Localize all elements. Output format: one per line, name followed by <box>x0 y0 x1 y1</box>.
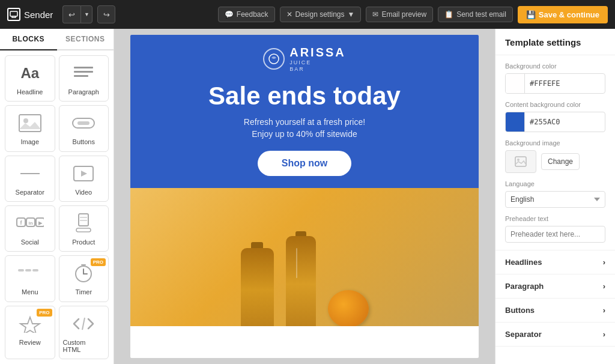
svg-text:f: f <box>20 220 22 226</box>
blocks-grid: Aa Headline Paragraph Image <box>0 50 114 364</box>
bg-color-input-row[interactable]: #FFFEFE <box>505 73 605 94</box>
svg-rect-0 <box>10 11 17 16</box>
svg-marker-10 <box>81 171 87 177</box>
block-image[interactable]: Image <box>5 105 55 151</box>
change-bg-image-button[interactable]: Change <box>541 153 580 170</box>
bottle-straw <box>296 248 297 278</box>
content-bg-input-row[interactable]: #255AC0 <box>505 112 605 132</box>
bottle-left <box>241 248 274 326</box>
review-label: Review <box>19 339 41 346</box>
block-social[interactable]: fin▶ Social <box>5 205 55 252</box>
separator-icon <box>16 162 44 185</box>
svg-text:in: in <box>28 220 32 226</box>
content-bg-value: #255AC0 <box>525 118 565 126</box>
tab-sections[interactable]: Sections <box>57 29 114 49</box>
block-video[interactable]: Video <box>59 156 109 202</box>
email-preview-button[interactable]: ✉ Email preview <box>366 7 433 22</box>
undo-dropdown-button[interactable]: ▼ <box>80 5 92 23</box>
send-test-button[interactable]: 📋 Send test email <box>438 7 513 22</box>
panel-tabs: Blocks Sections <box>0 29 114 50</box>
preheader-input[interactable] <box>505 226 605 243</box>
preheader-label: Preheader text <box>505 215 605 222</box>
pro-badge-review: PRO <box>37 309 52 317</box>
tab-blocks[interactable]: Blocks <box>0 29 57 50</box>
section-buttons-label: Buttons <box>505 306 535 315</box>
block-menu[interactable]: Menu <box>5 255 55 302</box>
design-settings-icon: ✕ <box>286 10 292 19</box>
design-settings-chevron: ▼ <box>348 10 355 19</box>
email-product-image <box>130 188 479 326</box>
section-headlines-label: Headlines <box>505 258 542 267</box>
canvas-area[interactable]: ARISSA JUICE BAR Sale ends today Refresh… <box>114 29 495 364</box>
brand-name: ARISSA <box>289 46 346 59</box>
section-separator[interactable]: Separator › <box>495 323 615 347</box>
design-settings-button[interactable]: ✕ Design settings ▼ <box>280 7 362 22</box>
chevron-buttons: › <box>603 306 605 315</box>
toolbar: Sender ↩ ▼ ↪ 💬 Feedback ✕ Design setting… <box>0 0 615 29</box>
svg-line-29 <box>82 318 85 330</box>
svg-point-32 <box>517 159 520 161</box>
block-separator[interactable]: Separator <box>5 156 55 202</box>
svg-rect-17 <box>79 214 88 226</box>
product-icon <box>69 212 98 235</box>
bg-image-label: Background image <box>505 139 605 147</box>
svg-rect-20 <box>76 228 91 232</box>
product-label: Product <box>72 238 95 246</box>
image-icon <box>16 112 44 135</box>
brand-sub-line1: JUICE <box>289 59 311 66</box>
block-headline[interactable]: Aa Headline <box>5 55 55 102</box>
language-select[interactable]: English French Spanish German <box>505 191 605 208</box>
template-settings-title: Template settings <box>495 29 615 55</box>
redo-button[interactable]: ↪ <box>97 5 115 23</box>
brand-sub-line2: BAR <box>289 66 311 73</box>
bg-image-row: Change <box>505 150 605 173</box>
timer-label: Timer <box>75 288 92 296</box>
video-icon <box>69 162 98 185</box>
left-panel: Blocks Sections Aa Headline Paragraph <box>0 29 114 364</box>
content-bg-swatch <box>506 112 525 132</box>
block-custom-html[interactable]: Custom HTML <box>59 306 109 359</box>
chevron-separator: › <box>603 330 605 339</box>
bg-color-section: Background color #FFFEFE Content backgro… <box>495 55 615 250</box>
email-preview-label: Email preview <box>381 10 426 19</box>
headline-label: Headline <box>17 88 43 96</box>
block-review[interactable]: PRO Review <box>5 306 55 359</box>
undo-button[interactable]: ↩ <box>62 5 80 23</box>
svg-marker-28 <box>20 317 40 333</box>
section-paragraph[interactable]: Paragraph › <box>495 275 615 299</box>
menu-label: Menu <box>22 288 38 296</box>
bg-image-preview <box>505 150 536 173</box>
section-buttons[interactable]: Buttons › <box>495 299 615 323</box>
menu-icon <box>16 262 44 285</box>
block-timer[interactable]: PRO Timer <box>59 255 109 302</box>
section-headlines[interactable]: Headlines › <box>495 250 615 275</box>
svg-rect-1 <box>74 67 93 68</box>
buttons-icon <box>69 112 98 135</box>
feedback-button[interactable]: 💬 Feedback <box>218 7 275 22</box>
send-test-label: Send test email <box>456 10 506 19</box>
paragraph-label: Paragraph <box>68 88 99 96</box>
custom-html-label: Custom HTML <box>63 339 105 353</box>
chevron-paragraph: › <box>603 282 605 291</box>
svg-rect-22 <box>25 269 31 271</box>
shop-now-button[interactable]: Shop now <box>258 151 351 176</box>
juice-bottles-illustration <box>241 236 369 326</box>
image-label: Image <box>20 138 39 145</box>
bottle-center <box>286 236 316 326</box>
feedback-label: Feedback <box>237 10 268 19</box>
headline-icon: Aa <box>16 62 44 85</box>
app-logo: Sender <box>7 8 53 21</box>
paragraph-icon <box>69 62 98 85</box>
block-paragraph[interactable]: Paragraph <box>59 55 109 102</box>
save-label: Save & continue <box>539 10 599 19</box>
brand-logo: ARISSA JUICE BAR <box>263 46 346 73</box>
language-label: Language <box>505 180 605 187</box>
save-continue-button[interactable]: 💾 Save & continue <box>518 6 608 23</box>
save-icon: 💾 <box>526 10 536 19</box>
main-area: Blocks Sections Aa Headline Paragraph <box>0 29 615 364</box>
block-product[interactable]: Product <box>59 205 109 252</box>
custom-html-icon <box>69 312 98 335</box>
separator-label: Separator <box>16 189 44 196</box>
bottle-cap-center <box>295 231 306 236</box>
block-buttons[interactable]: Buttons <box>59 105 109 151</box>
